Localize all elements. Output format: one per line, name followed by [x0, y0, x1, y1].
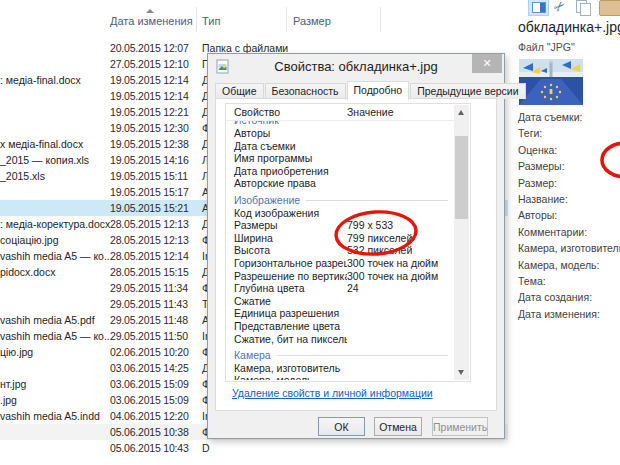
scroll-down-button[interactable]	[454, 365, 469, 380]
cut-icon[interactable]: ✂	[550, 0, 568, 16]
property-row[interactable]: Камера, модель	[226, 374, 454, 380]
property-row[interactable]: Представление цвета	[226, 320, 454, 332]
property-label: Ширина	[226, 232, 347, 244]
file-date-modified: 29.05.2015 11:50	[110, 330, 188, 342]
remove-properties-link[interactable]: Удаление свойств и личной информации	[232, 387, 433, 399]
file-name: : медіа-коректура.docx	[0, 218, 110, 230]
property-label: Код изображения	[226, 207, 347, 219]
property-label: Дата съемки	[226, 140, 347, 152]
chevron-up-icon	[458, 110, 464, 115]
property-list: Свойство Значение ИсточникАвторыДата съе…	[225, 103, 471, 382]
tab-общие[interactable]: Общие	[215, 83, 264, 99]
tab-подробно[interactable]: Подробно	[347, 81, 410, 100]
property-row[interactable]: Сжатие, бит на пиксель	[226, 333, 454, 345]
property-label: Высота	[226, 244, 347, 256]
file-name: .jpg	[0, 394, 17, 406]
property-row[interactable]: Код изображения	[226, 207, 454, 219]
file-date-modified: 05.06.2015 10:38	[110, 426, 189, 438]
tab-предыдущие-версии[interactable]: Предыдущие версии	[410, 83, 525, 99]
column-separator[interactable]	[196, 7, 197, 32]
column-separator[interactable]	[380, 7, 381, 32]
chevron-down-icon	[458, 370, 464, 375]
property-row[interactable]: Ширина799 пикселей	[226, 232, 454, 244]
property-row[interactable]: Высота532 пикселей	[226, 244, 454, 256]
ok-button[interactable]: ОК	[318, 417, 365, 436]
file-date-modified: 02.06.2015 10:20	[110, 346, 189, 358]
file-name: pidocx.docx	[0, 266, 55, 278]
property-row[interactable]: Имя программы	[226, 152, 454, 164]
file-date-modified: 19.05.2015 12:14	[110, 74, 189, 86]
property-label: Авторские права	[226, 177, 347, 189]
metadata-label: Оценка:	[518, 144, 557, 156]
property-row[interactable]: Источник	[226, 121, 454, 126]
preview-filename: обкладинка+.jpg	[518, 19, 620, 35]
metadata-label: Размер:	[518, 177, 557, 189]
metadata-label: Дата изменения:	[518, 308, 600, 320]
file-name: цію.jpg	[0, 346, 33, 358]
preview-pane-icon[interactable]	[528, 0, 549, 16]
property-row[interactable]: Камера	[226, 349, 454, 361]
file-name: vashih media A5 — ко...	[0, 250, 113, 262]
metadata-label: Теги:	[518, 127, 542, 139]
property-label: Размеры	[226, 219, 347, 231]
properties-dialog: Свойства: обкладинка+.jpg ✕ ОбщиеБезопас…	[207, 53, 505, 439]
file-date-modified: 03.06.2015 15:09	[110, 378, 189, 390]
file-type: D	[202, 442, 210, 454]
metadata-label: Дата создания:	[518, 291, 592, 303]
property-row[interactable]: Горизонтальное разреше...300 точек на дю…	[226, 257, 454, 269]
file-date-modified: 19.05.2015 15:21	[110, 202, 189, 214]
property-label: Сжатие	[226, 295, 347, 307]
file-date-modified: 19.05.2015 14:16	[110, 154, 189, 166]
property-row[interactable]: Камера, изготовитель	[226, 362, 454, 374]
cancel-button[interactable]: Отмена	[374, 417, 422, 436]
copy-icon[interactable]	[576, 0, 590, 15]
property-value: 799 пикселей	[347, 232, 412, 244]
close-icon[interactable]: ✕	[472, 54, 502, 73]
value-column-header[interactable]: Значение	[347, 106, 394, 118]
copy-page-front	[580, 3, 591, 16]
file-name: х медіа-final.docx	[0, 138, 83, 150]
file-date-modified: 19.05.2015 15:17	[110, 186, 189, 198]
scrollbar-thumb[interactable]	[455, 136, 468, 219]
column-header-type[interactable]: Тип	[202, 15, 220, 27]
apply-button[interactable]: Применить	[432, 417, 488, 436]
column-header-date-modified[interactable]: Дата изменения	[110, 15, 193, 27]
property-row[interactable]: Сжатие	[226, 295, 454, 307]
sort-ascending-icon	[146, 9, 154, 13]
scroll-up-button[interactable]	[454, 105, 469, 120]
column-separator[interactable]	[286, 7, 287, 32]
details-tab-page: Свойство Значение ИсточникАвторыДата съе…	[215, 98, 497, 411]
property-row[interactable]: Авторы	[226, 127, 454, 139]
file-date-modified: 19.05.2015 12:14	[110, 90, 189, 102]
property-label: Камера, изготовитель	[226, 362, 347, 374]
property-row[interactable]: Изображение	[226, 194, 454, 206]
folder-icon[interactable]	[599, 0, 620, 16]
file-date-modified: 28.05.2015 12:13	[110, 234, 189, 246]
file-name: нт.jpg	[0, 378, 26, 390]
property-label: Источник	[226, 121, 279, 126]
property-column-header[interactable]: Свойство	[234, 106, 280, 118]
dialog-tabs: ОбщиеБезопасностьПодробноПредыдущие верс…	[215, 81, 527, 99]
metadata-label: Тема:	[518, 275, 546, 287]
metadata-label: Камера, изготовитель:	[518, 242, 620, 254]
property-row[interactable]: Размеры799 x 533	[226, 219, 454, 231]
property-row[interactable]: Авторские права	[226, 177, 454, 189]
file-date-modified: 29.05.2015 11:48	[110, 314, 188, 326]
property-row[interactable]: Дата съемки	[226, 140, 454, 152]
property-row[interactable]: Дата приобретения	[226, 165, 454, 177]
property-row[interactable]: Глубина цвета24	[226, 282, 454, 294]
file-thumbnail[interactable]	[519, 59, 583, 105]
tab-безопасность[interactable]: Безопасность	[265, 83, 346, 99]
column-header-size[interactable]: Размер	[293, 15, 331, 27]
file-name: vashih media A5.indd	[0, 410, 100, 422]
dialog-title: Свойства: обкладинка+.jpg	[208, 54, 504, 80]
property-row[interactable]: Разрешение по вертикали300 точек на дюйм	[226, 270, 454, 282]
file-date-modified: 04.06.2015 12:20	[110, 410, 189, 422]
scrollbar[interactable]	[454, 105, 469, 380]
file-date-modified: 19.05.2015 12:21	[110, 106, 189, 118]
metadata-label: Размеры:	[518, 160, 565, 172]
dialog-titlebar[interactable]: Свойства: обкладинка+.jpg ✕	[208, 54, 504, 80]
metadata-label: Дата съемки:	[518, 111, 582, 123]
file-name: : медіа-final.docx	[0, 74, 81, 86]
property-row[interactable]: Единица разрешения	[226, 307, 454, 319]
